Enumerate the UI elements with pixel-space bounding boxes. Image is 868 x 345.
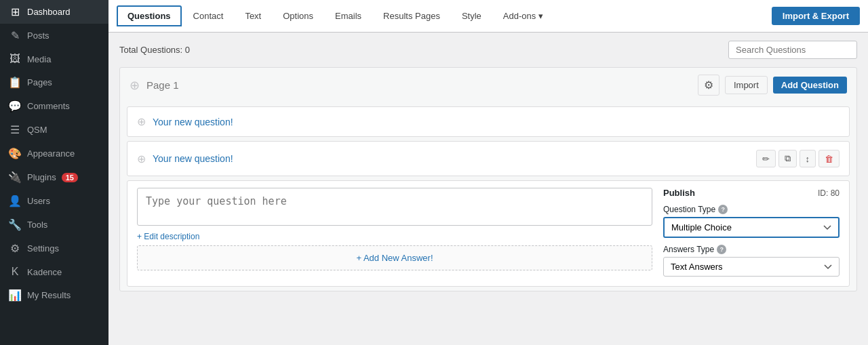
tab-emails[interactable]: Emails <box>325 6 372 26</box>
sidebar-item-label: Dashboard <box>27 7 71 17</box>
question-type-help-icon: ? <box>718 205 728 214</box>
settings-icon: ⚙ <box>8 242 22 255</box>
import-export-button[interactable]: Import & Export <box>772 7 860 25</box>
sidebar-item-my-results[interactable]: 📊 My Results <box>0 283 108 307</box>
tab-contact[interactable]: Contact <box>183 6 234 26</box>
tools-icon: 🔧 <box>8 218 22 231</box>
sidebar-item-comments[interactable]: 💬 Comments <box>0 94 108 118</box>
page-title: Page 1 <box>146 79 179 91</box>
sidebar-item-label: Kadence <box>27 267 62 277</box>
content-area: Total Questions: 0 ⊕ Page 1 ⚙ Import Add… <box>108 33 868 345</box>
question-text-input[interactable] <box>137 188 652 226</box>
page-block: ⊕ Page 1 ⚙ Import Add Question ⊕ Your ne… <box>119 67 857 291</box>
search-questions-input[interactable] <box>728 41 857 59</box>
total-questions: Total Questions: 0 <box>119 45 190 55</box>
pages-icon: 📋 <box>8 76 22 89</box>
drag-handle-1[interactable]: ⊕ <box>137 115 146 128</box>
sidebar: ⊞ Dashboard ✎ Posts 🖼 Media 📋 Pages 💬 Co… <box>0 0 108 345</box>
sidebar-item-label: Tools <box>27 220 47 230</box>
row-actions-2: ✏ ⧉ ↕ 🗑 <box>756 150 840 167</box>
posts-icon: ✎ <box>8 29 22 42</box>
comments-icon: 💬 <box>8 100 22 113</box>
add-answer-button[interactable]: + Add New Answer! <box>137 245 652 270</box>
plugins-badge: 15 <box>62 173 78 182</box>
page-actions: ⚙ Import Add Question <box>698 75 847 96</box>
question-row-left-2: ⊕ Your new question! <box>137 153 233 165</box>
question-form-left: + Edit description + Add New Answer! <box>137 188 652 277</box>
sidebar-item-label: QSM <box>27 125 47 135</box>
move-question-button[interactable]: ↕ <box>800 150 816 167</box>
question-title-2[interactable]: Your new question! <box>153 153 233 164</box>
tab-results-pages[interactable]: Results Pages <box>373 6 450 26</box>
sidebar-item-dashboard[interactable]: ⊞ Dashboard <box>0 0 108 24</box>
answers-type-label: Answers Type ? <box>663 245 840 254</box>
kadence-icon: K <box>8 266 22 278</box>
tab-add-ons[interactable]: Add-ons ▾ <box>493 6 553 26</box>
sidebar-item-label: Comments <box>27 101 70 111</box>
sidebar-item-tools[interactable]: 🔧 Tools <box>0 213 108 237</box>
question-id-label: ID: 80 <box>818 188 840 198</box>
duplicate-question-button[interactable]: ⧉ <box>778 150 797 167</box>
question-row-left-1: ⊕ Your new question! <box>137 115 233 128</box>
page-drag-handle[interactable]: ⊕ <box>130 78 140 93</box>
sidebar-item-users[interactable]: 👤 Users <box>0 189 108 213</box>
answers-type-help-icon: ? <box>717 245 726 254</box>
edit-question-button[interactable]: ✏ <box>756 150 776 167</box>
sidebar-item-label: Posts <box>27 31 50 41</box>
sidebar-item-posts[interactable]: ✎ Posts <box>0 24 108 47</box>
tab-style[interactable]: Style <box>452 6 492 26</box>
sidebar-item-appearance[interactable]: 🎨 Appearance <box>0 142 108 165</box>
media-icon: 🖼 <box>8 53 22 65</box>
sidebar-item-label: Pages <box>27 77 52 87</box>
sidebar-item-label: Media <box>27 54 51 64</box>
sidebar-item-plugins[interactable]: 🔌 Plugins 15 <box>0 165 108 189</box>
users-icon: 👤 <box>8 195 22 207</box>
page-title-area: ⊕ Page 1 <box>130 78 179 93</box>
question-type-label: Question Type ? <box>663 205 840 214</box>
sidebar-item-label: Settings <box>27 243 59 253</box>
delete-question-button[interactable]: 🗑 <box>818 150 840 167</box>
my-results-icon: 📊 <box>8 289 22 302</box>
settings-gear-button[interactable]: ⚙ <box>698 75 719 96</box>
tabs-bar: Questions Contact Text Options Emails Re… <box>108 0 868 33</box>
publish-header: Publish ID: 80 <box>663 188 840 198</box>
question-editor-body: + Edit description + Add New Answer! Pub… <box>127 181 849 286</box>
page-header: ⊕ Page 1 ⚙ Import Add Question <box>120 68 856 102</box>
sidebar-item-label: Users <box>27 196 50 206</box>
publish-label: Publish <box>663 188 695 198</box>
sidebar-item-settings[interactable]: ⚙ Settings <box>0 237 108 260</box>
sidebar-item-kadence[interactable]: K Kadence <box>0 260 108 283</box>
sidebar-item-qsm[interactable]: ☰ QSM <box>0 118 108 142</box>
question-row-1: ⊕ Your new question! <box>127 106 850 137</box>
import-button[interactable]: Import <box>725 76 768 94</box>
question-row-2: ⊕ Your new question! ✏ ⧉ ↕ 🗑 <box>127 141 850 176</box>
drag-handle-2[interactable]: ⊕ <box>137 153 146 165</box>
sidebar-item-label: Appearance <box>27 148 75 159</box>
top-bar: Total Questions: 0 <box>119 41 857 59</box>
plugins-icon: 🔌 <box>8 171 22 184</box>
main-content: Questions Contact Text Options Emails Re… <box>108 0 868 345</box>
qsm-icon: ☰ <box>8 123 22 136</box>
sidebar-item-pages[interactable]: 📋 Pages <box>0 70 108 94</box>
dashboard-icon: ⊞ <box>8 5 22 18</box>
answers-type-select[interactable]: Text Answers Image Answers <box>663 257 840 277</box>
sidebar-item-label: Plugins <box>27 172 56 182</box>
sidebar-item-label: My Results <box>27 290 71 300</box>
add-question-button[interactable]: Add Question <box>773 77 847 94</box>
question-type-select[interactable]: Multiple Choice True / False Short Answe… <box>663 217 840 238</box>
tab-options[interactable]: Options <box>273 6 323 26</box>
tab-text[interactable]: Text <box>235 6 271 26</box>
question-publish-panel: Publish ID: 80 Question Type ? Multiple … <box>663 188 840 277</box>
sidebar-item-media[interactable]: 🖼 Media <box>0 47 108 70</box>
question-editor: + Edit description + Add New Answer! Pub… <box>127 180 850 287</box>
appearance-icon: 🎨 <box>8 147 22 160</box>
question-title-1[interactable]: Your new question! <box>153 117 233 127</box>
tab-questions[interactable]: Questions <box>117 5 182 26</box>
edit-description-link[interactable]: + Edit description <box>137 232 652 241</box>
